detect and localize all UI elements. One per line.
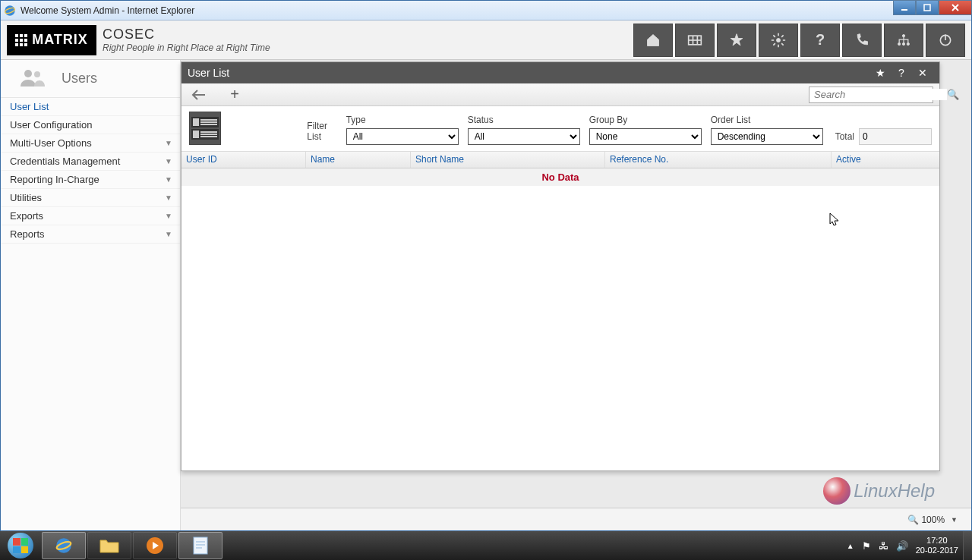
user-list-panel: User List ★ ? ✕ + 🔍 xyxy=(181,61,940,471)
tray-clock[interactable]: 17:20 20-02-2017 xyxy=(916,536,958,555)
chevron-down-icon[interactable]: ▼ xyxy=(951,516,958,524)
total-label: Total xyxy=(835,131,854,142)
tray-network-icon[interactable]: 🖧 xyxy=(879,540,888,552)
tray-show-hidden[interactable]: ▲ xyxy=(847,542,854,550)
brand-logo: MATRIX COSEC Right People in Right Place… xyxy=(7,25,270,55)
chevron-down-icon: ▼ xyxy=(165,230,172,238)
phone-button[interactable] xyxy=(842,24,882,57)
grid-header: User ID Name Short Name Reference No. Ac… xyxy=(181,152,939,168)
watermark: LinuxHelp xyxy=(823,477,935,505)
users-icon xyxy=(19,68,48,90)
svg-rect-22 xyxy=(194,537,207,554)
window-title: Welcome System Admin - Internet Explorer xyxy=(21,5,968,16)
tray-flag-icon[interactable]: ⚑ xyxy=(862,540,871,552)
view-toggle[interactable] xyxy=(189,112,221,145)
sidebar-item-user-list[interactable]: User List xyxy=(1,98,180,116)
panel-toolbar: + 🔍 xyxy=(181,83,939,106)
sidebar-item-utilities[interactable]: Utilities▼ xyxy=(1,189,180,207)
col-user-id[interactable]: User ID xyxy=(181,152,306,168)
help-button[interactable]: ? xyxy=(800,24,840,57)
svg-point-10 xyxy=(777,38,781,42)
panel-title: User List xyxy=(188,67,229,79)
search-icon[interactable]: 🔍 xyxy=(947,89,959,100)
close-button[interactable] xyxy=(939,0,972,15)
product-name: COSEC xyxy=(103,27,270,42)
taskbar-media-player[interactable] xyxy=(133,532,177,559)
taskbar-ie[interactable] xyxy=(42,532,86,559)
sidebar-item-reports[interactable]: Reports▼ xyxy=(1,225,180,244)
sidebar: Users User List User Configuration Multi… xyxy=(1,60,181,530)
panel-titlebar: User List ★ ? ✕ xyxy=(181,62,939,83)
logo-text: MATRIX xyxy=(32,32,88,48)
grid-button[interactable] xyxy=(675,24,715,57)
settings-button[interactable] xyxy=(759,24,798,57)
svg-point-18 xyxy=(34,71,40,77)
status-select[interactable]: All xyxy=(468,128,580,145)
svg-point-11 xyxy=(902,34,904,36)
browser-status-bar: 🔍 100% ▼ xyxy=(181,508,971,530)
total-field xyxy=(859,128,932,145)
col-reference-no[interactable]: Reference No. xyxy=(605,152,832,168)
filter-row: Filter List Type All Status All Group By… xyxy=(181,106,939,152)
cursor-icon xyxy=(829,212,840,228)
chevron-down-icon: ▼ xyxy=(165,157,172,165)
status-label: Status xyxy=(468,115,580,125)
favorite-button[interactable] xyxy=(717,24,756,57)
svg-point-12 xyxy=(898,42,901,45)
org-button[interactable] xyxy=(884,24,923,57)
empty-state: No Data xyxy=(181,168,939,186)
panel-help-button[interactable]: ? xyxy=(891,67,912,79)
chevron-down-icon: ▼ xyxy=(165,175,172,184)
main-area: User List ★ ? ✕ + 🔍 xyxy=(181,60,971,530)
sidebar-item-exports[interactable]: Exports▼ xyxy=(1,207,180,225)
search-input[interactable] xyxy=(809,89,947,100)
type-label: Type xyxy=(346,115,459,125)
minimize-button[interactable] xyxy=(893,0,916,15)
sidebar-item-credentials-management[interactable]: Credentials Management▼ xyxy=(1,153,180,171)
taskbar: ▲ ⚑ 🖧 🔊 17:20 20-02-2017 xyxy=(0,531,972,560)
groupby-label: Group By xyxy=(589,115,702,125)
power-button[interactable] xyxy=(926,24,965,57)
svg-point-17 xyxy=(24,70,32,77)
sidebar-item-reporting-in-charge[interactable]: Reporting In-Charge▼ xyxy=(1,171,180,189)
order-select[interactable]: Descending xyxy=(711,128,823,145)
sidebar-item-user-configuration[interactable]: User Configuration xyxy=(1,116,180,134)
start-button[interactable] xyxy=(0,531,41,560)
svg-rect-3 xyxy=(924,5,930,11)
tagline: Right People in Right Place at Right Tim… xyxy=(103,42,270,53)
chevron-down-icon: ▼ xyxy=(165,193,172,202)
sidebar-item-multi-user-options[interactable]: Multi-User Options▼ xyxy=(1,134,180,153)
system-tray: ▲ ⚑ 🖧 🔊 17:20 20-02-2017 xyxy=(847,536,963,555)
back-button[interactable] xyxy=(188,86,209,104)
sidebar-heading: Users xyxy=(1,60,180,98)
tray-volume-icon[interactable]: 🔊 xyxy=(896,540,908,552)
order-label: Order List xyxy=(711,115,823,125)
col-short-name[interactable]: Short Name xyxy=(411,152,605,168)
filter-list-label: Filter List xyxy=(307,121,336,142)
svg-point-14 xyxy=(907,42,909,45)
ie-icon xyxy=(4,5,16,17)
chevron-down-icon: ▼ xyxy=(165,212,172,220)
zoom-level[interactable]: 🔍 100% xyxy=(907,514,945,525)
show-desktop-button[interactable] xyxy=(963,531,972,560)
col-active[interactable]: Active xyxy=(832,152,939,168)
add-button[interactable]: + xyxy=(224,86,245,104)
app-header: MATRIX COSEC Right People in Right Place… xyxy=(1,20,971,60)
groupby-select[interactable]: None xyxy=(589,128,702,145)
panel-favorite-button[interactable]: ★ xyxy=(869,67,891,79)
taskbar-explorer[interactable] xyxy=(87,532,131,559)
browser-window: Welcome System Admin - Internet Explorer… xyxy=(0,0,972,531)
col-name[interactable]: Name xyxy=(306,152,411,168)
home-button[interactable] xyxy=(633,24,673,57)
sidebar-heading-label: Users xyxy=(62,71,97,87)
maximize-button[interactable] xyxy=(916,0,939,15)
taskbar-notepad[interactable] xyxy=(178,532,222,559)
panel-close-button[interactable]: ✕ xyxy=(912,67,933,79)
chevron-down-icon: ▼ xyxy=(165,139,172,147)
titlebar: Welcome System Admin - Internet Explorer xyxy=(1,1,971,20)
type-select[interactable]: All xyxy=(346,128,459,145)
search-box[interactable]: 🔍 xyxy=(809,87,933,103)
